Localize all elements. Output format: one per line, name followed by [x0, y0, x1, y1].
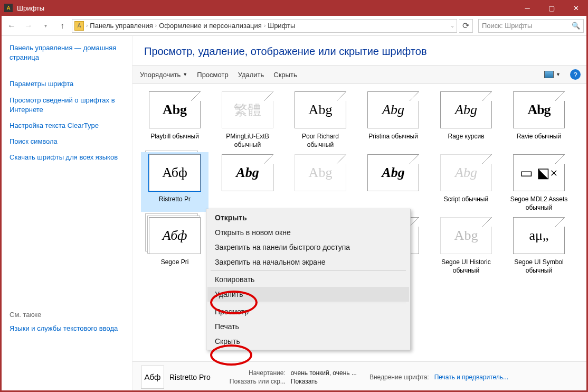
context-menu-item[interactable]: Открыть	[207, 210, 409, 225]
font-tile[interactable]: AbgSegoe UI Historic обычный	[432, 215, 500, 275]
font-tile[interactable]: AbgPristina обычный	[359, 89, 427, 149]
app-icon: A	[4, 4, 13, 12]
font-tile[interactable]: Abg	[359, 152, 427, 212]
font-tile[interactable]: АбфRistretto Pr	[141, 152, 208, 212]
font-tile[interactable]: Abg	[214, 152, 281, 212]
font-tile[interactable]: ▭ ⬕×Segoe MDL2 Assets обычный	[505, 152, 573, 212]
picture-icon	[544, 71, 554, 78]
font-name-label: Ristretto Pr	[159, 195, 191, 204]
font-sample-text: Abg	[527, 102, 550, 118]
sidebar-link[interactable]: Просмотр сведений о шрифтах в Интернете	[10, 96, 122, 115]
sidebar-link[interactable]: Параметры шрифта	[10, 79, 122, 89]
font-preview: Abg	[367, 154, 419, 191]
toolbar-delete[interactable]: Удалить	[238, 71, 264, 79]
context-menu-item[interactable]: Копировать	[207, 272, 409, 287]
font-preview: 繁體	[222, 91, 273, 128]
view-options-button[interactable]: ▼	[544, 71, 561, 78]
font-tile[interactable]: АбфSegoe Pri	[141, 215, 208, 275]
font-tile[interactable]: AbgPlaybill обычный	[141, 89, 208, 149]
context-menu-item[interactable]: Закрепить на панели быстрого доступа	[207, 240, 409, 255]
sidebar-link[interactable]: Поиск символа	[10, 137, 122, 146]
font-preview: Abg	[440, 154, 492, 191]
close-button[interactable]: ✕	[564, 0, 588, 16]
help-button[interactable]: ?	[570, 69, 581, 80]
window-title: Шрифты	[17, 4, 515, 12]
font-tile[interactable]: AbgRage курсив	[432, 89, 500, 149]
page-title: Просмотр, удаление, отображение или скры…	[132, 36, 588, 65]
font-preview: ▭ ⬕×	[513, 154, 565, 191]
font-preview: Abg	[440, 217, 492, 254]
font-tile[interactable]: AbgRavie обычный	[505, 89, 573, 149]
toolbar: Упорядочить ▼ Просмотр Удалить Скрыть ▼ …	[132, 65, 588, 84]
font-sample-text: Абф	[162, 165, 187, 181]
font-preview: Abg	[149, 91, 201, 128]
context-menu-item[interactable]: Открыть в новом окне	[207, 225, 409, 240]
font-name-label: Pristina обычный	[368, 133, 418, 141]
font-name-label: Segoe UI Symbol обычный	[507, 258, 571, 275]
font-sample-text: Abg	[382, 165, 404, 181]
detail-value: очень тонкий, очень ...	[291, 369, 357, 377]
context-menu-item[interactable]: Удалить	[207, 287, 409, 302]
see-also-label: См. также	[10, 311, 122, 319]
back-button[interactable]: ←	[4, 18, 19, 33]
context-menu: ОткрытьОткрыть в новом окнеЗакрепить на …	[206, 209, 411, 350]
font-tile[interactable]: AbgScript обычный	[432, 152, 500, 212]
context-menu-item[interactable]: Скрыть	[207, 334, 409, 349]
font-sample-text: Абф	[163, 228, 187, 244]
font-tile[interactable]: 繁體PMingLiU-ExtB обычный	[214, 89, 281, 149]
toolbar-hide[interactable]: Скрыть	[273, 71, 297, 79]
sidebar-link-seealso[interactable]: Языки и службы текстового ввода	[10, 324, 122, 333]
sidebar-link-home[interactable]: Панель управления — домашняя страница	[10, 43, 122, 62]
font-name-label: PMingLiU-ExtB обычный	[216, 133, 279, 149]
font-preview: Abg	[440, 91, 492, 128]
details-pane: Абф Ristretto Pro Начертание: очень тонк…	[132, 361, 588, 392]
page-fold-icon	[191, 91, 201, 101]
chevron-right-icon: ›	[264, 23, 265, 29]
refresh-button[interactable]: ⟳	[459, 19, 473, 33]
context-menu-item[interactable]: Закрепить на начальном экране	[207, 255, 409, 269]
breadcrumb-item[interactable]: Шрифты	[268, 22, 295, 30]
forward-button[interactable]: →	[21, 18, 36, 33]
page-fold-icon	[410, 154, 419, 164]
detail-label: Начертание:	[230, 369, 286, 377]
toolbar-preview[interactable]: Просмотр	[197, 71, 228, 79]
sidebar: Панель управления — домашняя страница Па…	[0, 36, 132, 392]
maximize-button[interactable]: ▢	[539, 0, 564, 16]
detail-value: Печать и предваритель...	[434, 374, 508, 381]
font-tile[interactable]: AbgPoor Richard обычный	[287, 89, 354, 149]
font-sample-text: Abg	[309, 102, 333, 118]
search-input[interactable]: Поиск: Шрифты 🔍	[478, 19, 584, 33]
sidebar-link[interactable]: Скачать шрифты для всех языков	[10, 153, 122, 162]
page-fold-icon	[482, 91, 492, 101]
detail-value: Показать	[291, 378, 357, 385]
recent-button[interactable]: ▾	[38, 18, 53, 33]
breadcrumb-item[interactable]: Оформление и персонализация	[159, 22, 262, 30]
font-tile[interactable]: aμ„Segoe UI Symbol обычный	[505, 215, 573, 275]
font-preview: Абф	[149, 217, 201, 254]
chevron-right-icon: ›	[155, 23, 157, 29]
context-menu-item[interactable]: Печать	[207, 319, 409, 334]
font-sample-text: Abg	[309, 165, 333, 181]
font-sample-text: Abg	[455, 102, 477, 118]
font-sample-text: Abg	[455, 165, 477, 181]
up-button[interactable]: ↑	[55, 18, 70, 33]
search-icon: 🔍	[572, 22, 580, 30]
sidebar-link[interactable]: Настройка текста ClearType	[10, 121, 122, 130]
detail-name: Ristretto Pro	[169, 373, 211, 381]
font-name-label: Segoe MDL2 Assets обычный	[507, 195, 571, 212]
search-placeholder: Поиск: Шрифты	[482, 22, 532, 30]
breadcrumb-item[interactable]: Панель управления	[90, 22, 153, 30]
font-tile[interactable]: Abg	[287, 152, 354, 212]
page-fold-icon	[482, 217, 492, 227]
minimize-button[interactable]: ─	[515, 0, 539, 16]
font-sample-text: Abg	[236, 165, 259, 181]
organize-button[interactable]: Упорядочить ▼	[140, 71, 187, 79]
detail-label: Показать или скр...	[230, 378, 286, 385]
chevron-down-icon[interactable]: ⌄	[450, 23, 454, 29]
context-menu-item[interactable]: Просмотр	[207, 304, 409, 319]
page-fold-icon	[555, 154, 565, 164]
breadcrumb[interactable]: A › Панель управления › Оформление и пер…	[72, 19, 457, 33]
font-name-label: Poor Richard обычный	[289, 133, 352, 149]
menu-separator	[211, 270, 406, 271]
page-fold-icon	[410, 217, 419, 227]
